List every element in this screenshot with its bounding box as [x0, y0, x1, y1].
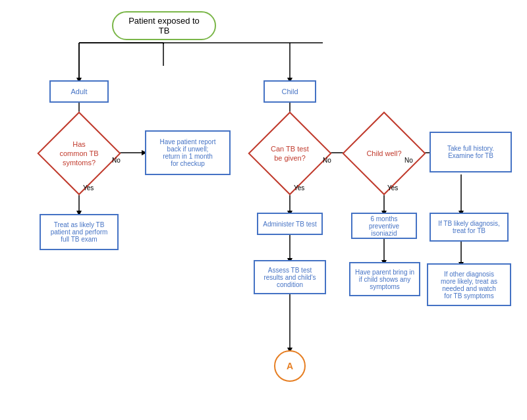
assess-label: Assess TB test results and child's condi… [264, 267, 316, 288]
start-label: Patient exposed to TB [125, 16, 203, 36]
adult-node: Adult [49, 80, 109, 103]
no3-label: No [404, 157, 413, 164]
report-back-node: Have patient report back if unwell; retu… [145, 130, 231, 175]
no1-label: No [112, 157, 121, 164]
start-node: Patient exposed to TB [112, 11, 216, 40]
has-symptoms-label: Hascommon TBsymtoms? [59, 140, 98, 168]
no2-label: No [323, 157, 331, 164]
take-history-node: Take full history. Examine for TB [430, 132, 512, 172]
six-months-label: 6 months preventive isoniazid [356, 215, 412, 237]
other-diagnosis-node: If other diagnosis more likely, treat as… [427, 263, 511, 306]
child-node: Child [264, 80, 316, 103]
report-back-label: Have patient report back if unwell; retu… [159, 138, 215, 167]
other-diagnosis-label: If other diagnosis more likely, treat as… [441, 271, 497, 300]
adult-label: Adult [70, 88, 87, 95]
treat-adult-label: Treat as likely TB patient and perform f… [51, 221, 108, 243]
assess-node: Assess TB test results and child's condi… [254, 260, 326, 294]
parent-bring-label: Have parent bring in if child shows any … [355, 269, 414, 290]
yes1-label: Yes [83, 184, 94, 192]
has-symptoms-node: Hascommon TBsymtoms? [49, 124, 109, 183]
treat-adult-node: Treat as likely TB patient and perform f… [40, 214, 119, 250]
tb-likely-label: If TB likely diagnosis, treat for TB [438, 220, 500, 234]
take-history-label: Take full history. Examine for TB [447, 145, 494, 159]
can-tb-test-label: Can TB testbe given? [271, 144, 309, 163]
tb-likely-node: If TB likely diagnosis, treat for TB [430, 213, 509, 242]
child-well-node: Child well? [354, 124, 414, 183]
connector-a-node: A [274, 350, 306, 382]
can-tb-test-node: Can TB testbe given? [260, 124, 319, 183]
administer-label: Administer TB test [263, 221, 317, 228]
child-label: Child [281, 88, 298, 95]
yes3-label: Yes [387, 184, 398, 192]
connector-a-label: A [287, 361, 293, 371]
six-months-node: 6 months preventive isoniazid [351, 213, 417, 239]
administer-node: Administer TB test [257, 213, 323, 235]
parent-bring-node: Have parent bring in if child shows any … [349, 262, 420, 296]
child-well-label: Child well? [366, 149, 401, 158]
yes2-label: Yes [294, 184, 304, 192]
